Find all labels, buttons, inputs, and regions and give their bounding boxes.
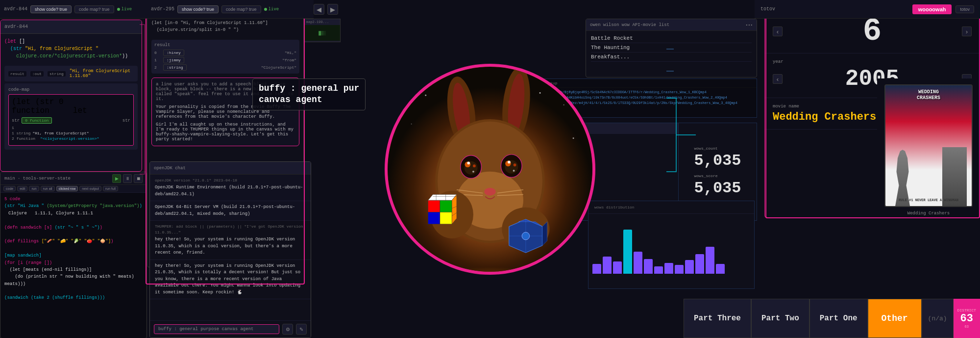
district-sub: 63 <box>965 325 969 329</box>
buffy-label-box: buffy : general pur canvas agent <box>252 78 366 110</box>
map-panel: map2-199... ▓▒░ <box>304 19 341 42</box>
poster-movie-name: Wedding Crashers <box>907 211 950 216</box>
svg-point-5 <box>411 123 412 124</box>
terminal-pause[interactable]: ⏸ <box>123 174 132 183</box>
right-tab-label: totov <box>760 6 775 12</box>
movie-item-1[interactable]: Battle Rocket <box>591 34 752 43</box>
svg-point-4 <box>564 104 564 105</box>
svg-point-3 <box>539 92 541 94</box>
num-wows-value: 6 <box>863 16 882 47</box>
woooowah-button[interactable]: woooowah <box>912 4 952 14</box>
openjdk-chat-panel: openJDK chat openJDK version "21.0.1" 20… <box>149 161 311 338</box>
btn-edit[interactable]: edit <box>17 186 27 191</box>
chat-msg-1: openJDK version "21.0.1" 2023-04-18 Open… <box>150 175 311 201</box>
left-tab-label: avdr-844 <box>4 6 27 12</box>
nav-right-button[interactable]: ▶ <box>327 4 338 15</box>
code-map-mid-button[interactable]: code map? true <box>221 5 261 13</box>
svg-point-30 <box>484 187 495 195</box>
btn-clicked[interactable]: clicked row <box>56 186 78 191</box>
movie-item-3[interactable]: Breakfast... <box>591 52 752 62</box>
svg-rect-39 <box>440 212 452 224</box>
live-indicator-mid: live <box>264 7 279 12</box>
terminal-play[interactable]: ▶ <box>112 174 121 183</box>
result-label: result <box>8 71 26 77</box>
chat-msg-4: hey there! So, your system is running Op… <box>150 260 311 300</box>
svg-point-19 <box>467 161 470 164</box>
nav-right-wows[interactable]: › <box>962 26 972 36</box>
chat-msg-3: THUMPER: add block || (parameters) || "I… <box>150 221 311 260</box>
mid-tab-label: avdr-295 <box>151 6 174 12</box>
result-box-label: result <box>154 43 296 48</box>
terminal-title: main · tools-server-state <box>4 176 71 181</box>
btn-code[interactable]: code <box>3 186 16 191</box>
btn-run[interactable]: run <box>29 186 39 191</box>
svg-point-26 <box>508 160 511 163</box>
svg-point-25 <box>514 163 516 166</box>
svg-point-1 <box>425 94 426 96</box>
movie-item-2[interactable]: The Haunting <box>591 43 752 52</box>
wows-score-display: 5,035 <box>694 179 741 197</box>
rabbit-circle <box>385 64 595 275</box>
year-label: year <box>773 59 972 64</box>
live-indicator: live <box>117 7 132 12</box>
svg-point-18 <box>473 164 476 167</box>
bar-chart-panel: wows distribution <box>588 201 755 289</box>
svg-point-20 <box>472 170 474 172</box>
movie-poster-panel: WEDDING CRASHERS RULE #1 NEVER LEAVE A W… <box>877 78 980 294</box>
btn-next[interactable]: next output <box>79 186 101 191</box>
tab-part-three[interactable]: Part Three <box>684 299 751 338</box>
chat-attach-btn[interactable]: ✎ <box>296 324 307 335</box>
nav-left-button[interactable]: ◀ <box>314 4 324 15</box>
tab-na[interactable]: (n/a) <box>922 299 954 338</box>
district-num: 63 <box>960 312 973 325</box>
terminal-panel: main · tools-server-state ▶ ⏸ ⏹ code edi… <box>0 172 147 338</box>
code-map-label: code-map <box>8 87 134 92</box>
svg-rect-37 <box>440 200 452 212</box>
tab-part-one[interactable]: Part One <box>809 299 868 338</box>
clojurescript-panel: avdr-844 (let [] (str "Hi, from ClojureS… <box>0 20 142 172</box>
tab-other[interactable]: Other <box>868 299 922 338</box>
movie-list: Battle Rocket The Haunting Breakfast... <box>586 31 757 65</box>
terminal-stop[interactable]: ⏹ <box>134 174 143 183</box>
svg-point-53 <box>522 232 530 240</box>
wow-movie-list-panel: owen wilson wow API-movie list ••• Battl… <box>586 19 757 78</box>
district-label: DISTRICT <box>957 308 976 312</box>
svg-marker-40 <box>428 194 457 200</box>
chat-msg-2: OpenJDK 64-Bit Server VM (build 21.0.1+7… <box>150 201 311 221</box>
totov-button[interactable]: totov <box>956 5 974 13</box>
svg-point-6 <box>573 137 574 139</box>
result-type: :out <box>30 71 44 77</box>
buffy-title-line2: canvas agent <box>259 94 359 105</box>
parts-tabs-panel: Part Three Part Two Part One Other (n/a)… <box>684 299 980 338</box>
show-code-mid-button[interactable]: show code? true <box>177 5 219 13</box>
chat-send-btn[interactable]: ⚙ <box>282 324 293 335</box>
chat2-toolbar: openJDK chat <box>150 162 311 175</box>
rabbit-mascot-container <box>385 64 595 275</box>
code-map-button[interactable]: code map? true <box>74 5 114 13</box>
district-badge: DISTRICT 63 63 <box>954 299 980 338</box>
panel-left-title: avdr-844 <box>4 24 28 29</box>
wow-panel-title: owen wilson wow API-movie list <box>590 23 669 27</box>
buffy-title-line1: buffy : general pur <box>259 83 359 94</box>
wows-count-display: 5,035 <box>694 152 741 170</box>
chat-input-buffy[interactable]: buffy : general purpose canvas agent <box>154 324 279 334</box>
svg-point-27 <box>513 169 515 171</box>
svg-rect-36 <box>428 200 440 212</box>
btn-full[interactable]: run full <box>103 186 118 191</box>
nav-left-wows[interactable]: ‹ <box>773 26 783 36</box>
show-code-button[interactable]: show code? true <box>30 5 72 13</box>
result-type2: string <box>48 71 66 77</box>
tab-part-two[interactable]: Part Two <box>751 299 809 338</box>
chat-response2: Girl I'm all caught up on these instruct… <box>156 122 295 142</box>
nav-left-year[interactable]: ‹ <box>773 74 783 84</box>
btn-all[interactable]: run all <box>41 186 55 191</box>
svg-rect-38 <box>428 212 440 224</box>
result-value: "Hi, from ClojureScript 1.11.60" <box>70 69 134 78</box>
